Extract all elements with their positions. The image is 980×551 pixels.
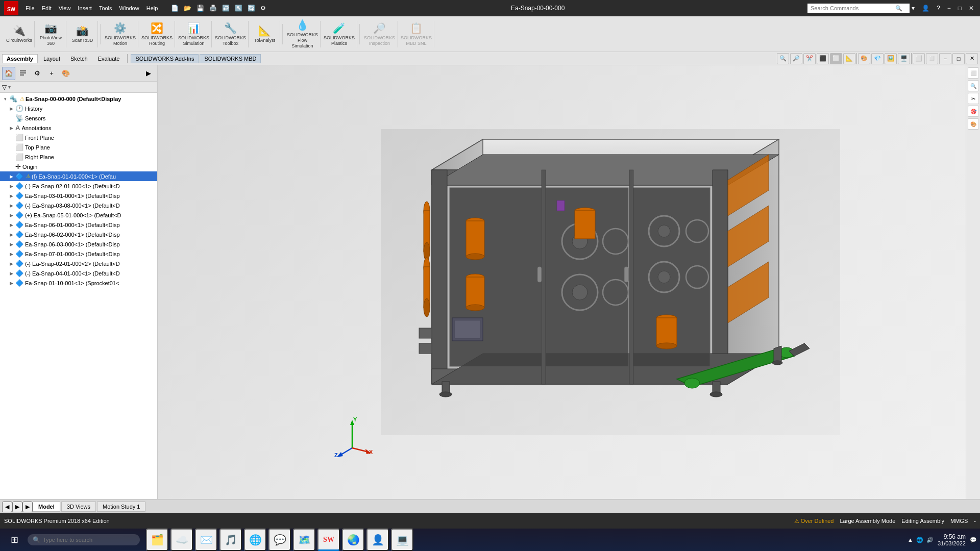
tree-item-ea-snap-02-01-2[interactable]: ▶ 🔷 (-) Ea-Snap-02-01-000<2> (Default<D (0, 259, 157, 268)
menu-insert[interactable]: Insert (75, 4, 95, 12)
tree-item-ea-snap-06-02[interactable]: ▶ 🔷 Ea-Snap-06-02-000<1> (Default<Disp (0, 230, 157, 239)
btab-model[interactable]: Model (33, 502, 60, 512)
filter-icon[interactable]: ▽ (2, 84, 7, 91)
view-display-btn[interactable]: 📐 (843, 53, 855, 64)
taskbar-file-explorer[interactable]: 🗂️ (146, 529, 168, 551)
tree-item-history[interactable]: ▶ 🕐 History (0, 104, 157, 113)
menu-file[interactable]: File (22, 4, 38, 12)
print-button[interactable]: 🖨️ (207, 4, 219, 13)
tree-item-ea-snap-01[interactable]: ▶ 🔷 ⚠ (f) Ea-Snap-01-01-000<1> (Defau (0, 171, 157, 181)
view-close-btn[interactable]: ✕ (966, 53, 978, 64)
ribbon-group-photoview[interactable]: 📷 PhotoView360 (36, 21, 66, 47)
viewport[interactable]: Y Z X ⬜ 🔍 ✂ 🎯 🎨 (158, 65, 980, 499)
tree-item-front-plane[interactable]: ▶ ⬜ Front Plane (0, 133, 157, 142)
tree-item-ea-snap-04-01[interactable]: ▶ 🔷 (-) Ea-Snap-04-01-000<1> (Default<D (0, 268, 157, 278)
taskbar-store[interactable]: ☁️ (170, 529, 193, 551)
tree-item-ea-snap-02-01[interactable]: ▶ 🔷 (-) Ea-Snap-02-01-000<1> (Default<D (0, 181, 157, 191)
menu-tools[interactable]: Tools (96, 4, 115, 12)
view-zoom-btn[interactable]: 🔎 (790, 53, 802, 64)
tree-item-ea-snap-03-01[interactable]: ▶ 🔷 Ea-Snap-03-01-000<1> (Default<Disp (0, 191, 157, 201)
ribbon-group-motion[interactable]: ⚙️ SOLIDWORKSMotion (103, 21, 138, 47)
scroll-right-btn[interactable]: ▶ (12, 502, 22, 512)
scroll-left-btn[interactable]: ◀ (2, 502, 12, 512)
ea-snap-06-03-expander[interactable]: ▶ (8, 241, 14, 247)
view-expand-btn[interactable]: ⬜ (913, 53, 925, 64)
ribbon-group-toolbox[interactable]: 🔧 SOLIDWORKSToolbox (213, 21, 249, 47)
section-view-btn[interactable]: ✂ (968, 93, 979, 104)
ea-snap-02-01-expander[interactable]: ▶ (8, 183, 14, 189)
view-render-btn[interactable]: 🖼️ (885, 53, 897, 64)
view-orientation-btn[interactable]: 🔍 (777, 53, 789, 64)
ribbon-group-tolanalyst[interactable]: 📐 TolAnalyst (250, 21, 280, 47)
rebuild-button[interactable]: 🔄 (246, 4, 257, 13)
save-button[interactable]: 💾 (194, 4, 206, 13)
ea-snap-05-01-expander[interactable]: ▶ (8, 212, 14, 218)
maximize-button[interactable]: □ (956, 4, 964, 13)
ea-snap-03-01-expander[interactable]: ▶ (8, 193, 14, 199)
minimize-button[interactable]: − (945, 4, 953, 13)
view-cube-btn[interactable]: ⬜ (830, 53, 842, 64)
ea-snap-06-02-expander[interactable]: ▶ (8, 232, 14, 238)
taskbar-whatsapp[interactable]: 💬 (268, 529, 291, 551)
view-3d-btn[interactable]: ⬛ (817, 53, 829, 64)
taskbar-maps[interactable]: 🗺️ (293, 529, 315, 551)
user-button[interactable]: 👤 (920, 4, 932, 13)
view-front-btn[interactable]: ⬜ (968, 67, 979, 79)
view-selector-btn[interactable]: 🎯 (968, 106, 979, 117)
tree-item-ea-snap-07-01[interactable]: ▶ 🔷 Ea-Snap-07-01-000<1> (Default<Disp (0, 249, 157, 259)
menu-view[interactable]: View (56, 4, 74, 12)
scroll-right2-btn[interactable]: ▶ (22, 502, 33, 512)
ea-snap-07-01-expander[interactable]: ▶ (8, 251, 14, 257)
taskbar-browser2[interactable]: 🌏 (342, 529, 364, 551)
ribbon-group-flowsim[interactable]: 💧 SOLIDWORKSFlowSimulation (285, 21, 321, 47)
btab-motion-study[interactable]: Motion Study 1 (97, 502, 145, 512)
menu-help[interactable]: Help (143, 4, 161, 12)
ea-snap-04-01-expander[interactable]: ▶ (8, 270, 14, 277)
btab-3dviews[interactable]: 3D Views (61, 502, 96, 512)
tab-solidworks-addins[interactable]: SOLIDWORKS Add-Ins (131, 54, 199, 63)
root-expander[interactable]: ▾ (2, 96, 8, 102)
history-expander[interactable]: ▶ (8, 106, 14, 112)
ribbon-group-scanto3d[interactable]: 📸 ScanTo3D (67, 21, 98, 47)
config-manager-btn[interactable]: ⚙ (31, 67, 44, 80)
tree-item-ea-snap-06-01[interactable]: ▶ 🔷 Ea-Snap-06-01-000<1> (Default<Disp (0, 220, 157, 230)
taskbar-search-input[interactable] (28, 534, 140, 545)
ribbon-group-circuitworks[interactable]: 🔌 CircuitWorks (4, 21, 35, 47)
ea-snap-06-01-expander[interactable]: ▶ (8, 222, 14, 228)
tree-item-origin[interactable]: ▶ ✛ Origin (0, 162, 157, 171)
view-display2-btn[interactable]: 🖥️ (898, 53, 910, 64)
tree-root[interactable]: ▾ 🔩 ⚠ Ea-Snap-00-00-000 (Default<Display (0, 94, 157, 104)
tree-item-sensors[interactable]: ▶ 📡 Sensors (0, 113, 157, 123)
ea-snap-01-10-expander[interactable]: ▶ (8, 280, 14, 286)
panel-expand-btn[interactable]: ▶ (142, 67, 155, 80)
tree-item-ea-snap-03-08[interactable]: ▶ 🔷 (-) Ea-Snap-03-08-000<1> (Default<D (0, 201, 157, 210)
tab-sketch[interactable]: Sketch (66, 54, 92, 63)
taskbar-mail[interactable]: ✉️ (195, 529, 217, 551)
ea-snap-02-01-2-expander[interactable]: ▶ (8, 261, 14, 267)
help-button[interactable]: ? (935, 4, 942, 13)
tree-item-top-plane[interactable]: ▶ ⬜ Top Plane (0, 142, 157, 152)
tree-item-right-plane[interactable]: ▶ ⬜ Right Plane (0, 152, 157, 162)
cursor-button[interactable]: ↖️ (233, 4, 244, 13)
start-button[interactable]: ⊞ (3, 529, 26, 551)
view-edges-btn[interactable]: 💎 (871, 53, 884, 64)
ribbon-group-routing[interactable]: 🔀 SOLIDWORKSRouting (139, 21, 175, 47)
view-section-btn[interactable]: ✂️ (803, 53, 816, 64)
undo-button[interactable]: ↩️ (220, 4, 232, 13)
annotations-expander[interactable]: ▶ (8, 125, 14, 131)
plus-manager-btn[interactable]: + (45, 67, 58, 80)
taskbar-chrome[interactable]: 🌐 (244, 529, 266, 551)
menu-edit[interactable]: Edit (39, 4, 55, 12)
taskbar-media[interactable]: 🎵 (219, 529, 242, 551)
property-manager-btn[interactable] (16, 67, 30, 80)
taskbar-solidworks[interactable]: SW (317, 529, 340, 551)
search-commands-input[interactable] (807, 4, 910, 13)
tab-assembly[interactable]: Assembly (2, 54, 38, 63)
tree-item-annotations[interactable]: ▶ A Annotations (0, 123, 157, 133)
tree-item-ea-snap-01-10[interactable]: ▶ 🔷 Ea-Snap-01-10-001<1> (Sprocket01< (0, 278, 157, 288)
view-min-btn[interactable]: − (939, 53, 951, 64)
notification-icon[interactable]: 💬 (970, 537, 977, 543)
close-button[interactable]: ✕ (967, 4, 976, 13)
view-normal-btn[interactable]: ◻️ (926, 53, 938, 64)
ea-snap-01-expander[interactable]: ▶ (8, 173, 14, 180)
